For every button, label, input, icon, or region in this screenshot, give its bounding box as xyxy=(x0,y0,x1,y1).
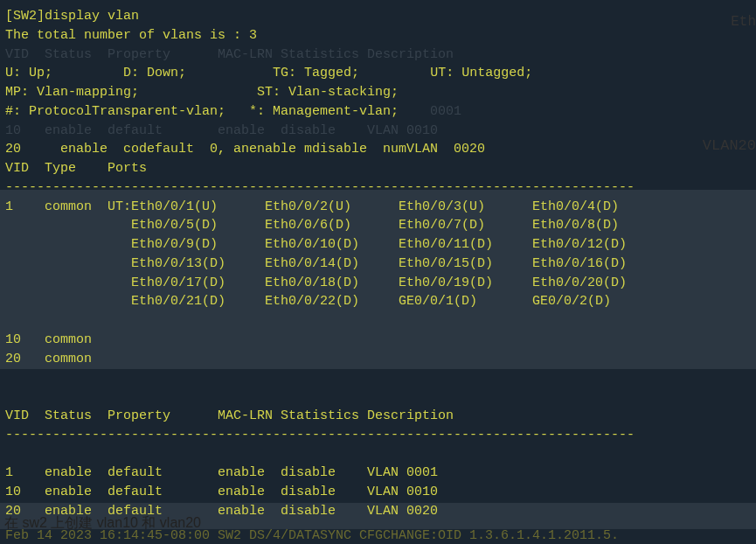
blank-2 xyxy=(5,368,751,387)
watermark-vlan20: VLAN20 xyxy=(703,136,756,157)
ghost-row-20-mix: 20 enable codefault 0, anenable mdisable… xyxy=(5,140,751,159)
vlan1-row1: 1 common UT:Eth0/0/1(U) Eth0/0/2(U) Eth0… xyxy=(5,198,751,217)
watermark-eth: Eth xyxy=(731,12,756,32)
legend-tagged: TG: Tagged; xyxy=(273,66,359,80)
legend-line-1: U: Up; D: Down; TG: Tagged; UT: Untagged… xyxy=(5,64,751,83)
legend-proto: #: ProtocolTransparent-vlan; xyxy=(5,104,225,119)
terminal-output: [SW2]display vlan The total number of vl… xyxy=(0,0,756,527)
g20-e: VLAN 0020 xyxy=(406,142,485,157)
legend-stacking: ST: Vlan-stacking; xyxy=(257,85,399,100)
vlan10-line: 10 common xyxy=(5,331,751,350)
ghost-row-10: 10 enable default enable disable VLAN 00… xyxy=(5,122,751,141)
ports-header: VID Type Ports xyxy=(5,159,751,178)
divider-1: ----------------------------------------… xyxy=(5,178,751,198)
g20-b: default 0, an xyxy=(139,142,249,157)
status-row-1: 1 enable default enable disable VLAN 000… xyxy=(5,464,751,483)
legend-mgmt: *: Management-vlan; xyxy=(249,104,399,119)
vlan1-row5: Eth0/0/17(D) Eth0/0/18(D) Eth0/0/19(D) E… xyxy=(5,274,751,293)
status-row-10: 10 enable default enable disable VLAN 00… xyxy=(5,483,751,502)
vlan1-row4: Eth0/0/13(D) Eth0/0/14(D) Eth0/0/15(D) E… xyxy=(5,255,751,274)
divider-2: ----------------------------------------… xyxy=(5,426,751,445)
g20-c: enable m xyxy=(249,142,312,157)
total-vlans-line: The total number of vlans is : 3 xyxy=(5,26,751,45)
legend-line-3: #: ProtocolTransparent-vlan; *: Manageme… xyxy=(5,102,751,122)
blank-4 xyxy=(5,444,751,464)
blank-1 xyxy=(5,311,751,331)
vlan1-ports-1: Eth0/0/1(U) Eth0/0/2(U) Eth0/0/3(U) Eth0… xyxy=(131,199,619,214)
blank-3 xyxy=(5,387,751,407)
status-header: VID Status Property MAC-LRN Statistics D… xyxy=(5,407,751,426)
vlan1-row6: Eth0/0/21(D) Eth0/0/22(D) GE0/0/1(D) GE0… xyxy=(5,292,751,311)
ghost-header-line: VID Status Property MAC-LRN Statistics D… xyxy=(5,45,751,65)
legend-mapping: MP: Vlan-mapping; xyxy=(5,85,139,100)
vlan1-row3: Eth0/0/9(D) Eth0/0/10(D) Eth0/0/11(D) Et… xyxy=(5,235,751,255)
legend-up: U: Up; xyxy=(5,66,52,80)
vlan20-line: 20 common xyxy=(5,350,751,369)
legend-down: D: Down; xyxy=(123,66,186,80)
caption-text: 在 sw2 上创建 vlan10 和 vlan20 xyxy=(4,513,201,533)
vlan1-row2: Eth0/0/5(D) Eth0/0/6(D) Eth0/0/7(D) Eth0… xyxy=(5,216,751,235)
ghost-0001: 0001 xyxy=(399,104,461,119)
legend-line-2: MP: Vlan-mapping; ST: Vlan-stacking; xyxy=(5,83,751,102)
prompt-line: [SW2]display vlan xyxy=(5,7,751,26)
legend-untagged: UT: Untagged; xyxy=(430,66,532,80)
g20-a: 20 enable co xyxy=(5,142,139,157)
g20-d: disable num xyxy=(312,142,406,157)
vlan1-prefix: 1 common UT: xyxy=(5,199,131,214)
